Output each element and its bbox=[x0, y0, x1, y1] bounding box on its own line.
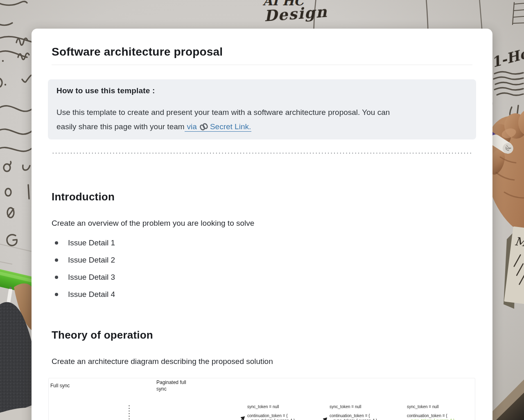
list-item: Issue Detail 4 bbox=[52, 290, 472, 299]
list-item: Issue Detail 2 bbox=[52, 256, 472, 265]
introduction-heading: Introduction bbox=[52, 191, 472, 203]
callout-text-line1: Use this template to create and present … bbox=[56, 108, 390, 117]
title-divider bbox=[52, 65, 472, 65]
bullet-icon bbox=[55, 293, 58, 296]
page-title: Software architecture proposal bbox=[52, 45, 472, 58]
secret-link-prefix[interactable]: via bbox=[187, 122, 197, 131]
document-card: Software architecture proposal How to us… bbox=[32, 29, 492, 420]
curved-arrow bbox=[229, 417, 244, 420]
list-item: Issue Detail 3 bbox=[52, 273, 472, 282]
architecture-diagram: Full sync Paginated full sync sync_token… bbox=[48, 378, 475, 420]
list-item: Issue Detail 1 bbox=[52, 238, 472, 247]
secret-link[interactable]: viaSecret Link. bbox=[185, 122, 252, 132]
theory-description: Create an architecture diagram describin… bbox=[52, 357, 472, 366]
sticky-note-text: M bbox=[514, 234, 524, 249]
diagram-arrows bbox=[49, 378, 475, 420]
callout-heading: How to use this template : bbox=[56, 86, 466, 95]
secret-link-label[interactable]: Secret Link. bbox=[210, 122, 251, 131]
introduction-description: Create an overview of the problem you ar… bbox=[52, 219, 472, 228]
how-to-callout: How to use this template : Use this temp… bbox=[48, 79, 476, 139]
callout-body: Use this template to create and present … bbox=[56, 105, 466, 135]
list-item-label: Issue Detail 4 bbox=[68, 290, 115, 299]
list-item-label: Issue Detail 1 bbox=[68, 238, 115, 247]
dotted-divider bbox=[52, 153, 472, 154]
list-item-label: Issue Detail 3 bbox=[68, 273, 115, 281]
callout-text-line2: easily share this page with your team bbox=[56, 122, 185, 131]
theory-heading: Theory of operation bbox=[52, 329, 472, 341]
curved-arrow bbox=[307, 418, 327, 420]
chain-link-icon bbox=[199, 121, 208, 135]
bullet-icon bbox=[55, 258, 58, 262]
bullet-icon bbox=[55, 241, 58, 245]
list-item-label: Issue Detail 2 bbox=[68, 256, 115, 264]
issue-bullet-list: Issue Detail 1 Issue Detail 2 Issue Deta… bbox=[52, 238, 472, 299]
bullet-icon bbox=[55, 276, 58, 279]
